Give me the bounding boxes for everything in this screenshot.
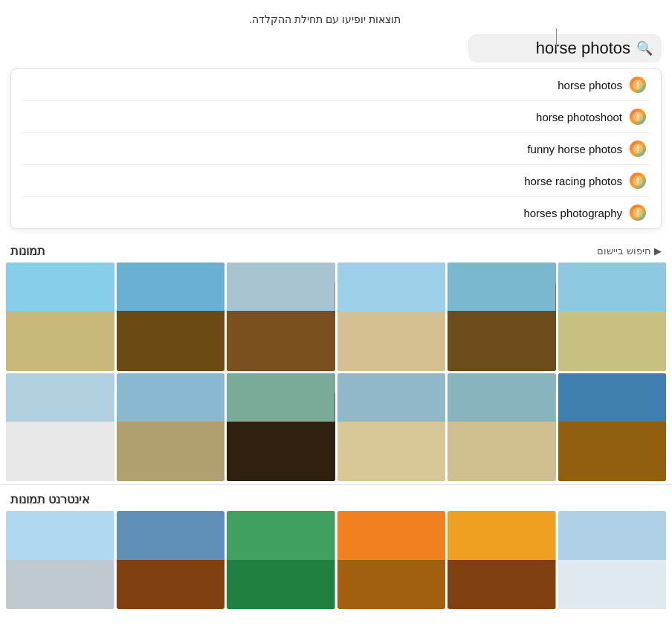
- local-photo-cell[interactable]: [117, 373, 225, 482]
- internet-photo-cell[interactable]: [337, 511, 446, 609]
- search-in-app-label: חיפוש ביישום: [597, 245, 651, 257]
- svg-rect-28: [117, 511, 225, 609]
- internet-photo-cell[interactable]: [6, 511, 114, 609]
- internet-photo-cell[interactable]: [227, 511, 335, 609]
- compass-icon: [630, 141, 646, 157]
- svg-rect-19: [448, 262, 556, 371]
- internet-photo-cell[interactable]: [117, 511, 225, 609]
- suggestion-item[interactable]: horse racing photos: [22, 165, 650, 197]
- svg-rect-16: [117, 262, 225, 371]
- local-photo-cell[interactable]: [227, 262, 335, 371]
- local-photo-cell[interactable]: [448, 373, 556, 482]
- callout-area: תוצאות יופיעו עם תחילת ההקלדה.: [0, 0, 672, 30]
- internet-section-header: אינטרנט תמונות: [0, 484, 672, 511]
- local-photo-cell[interactable]: [227, 373, 335, 482]
- local-photo-cell[interactable]: [117, 262, 225, 371]
- svg-rect-17: [227, 262, 335, 371]
- suggestion-label: funny horse photos: [527, 143, 622, 155]
- local-photo-cell[interactable]: [6, 262, 114, 371]
- svg-rect-30: [337, 511, 446, 609]
- compass-icon: [630, 109, 646, 125]
- search-in-app-link[interactable]: ▶ חיפוש ביישום: [597, 245, 662, 257]
- svg-rect-32: [558, 511, 667, 609]
- svg-rect-26: [558, 373, 667, 482]
- local-photo-cell[interactable]: [448, 262, 556, 371]
- suggestion-item[interactable]: horse photoshoot: [22, 101, 650, 133]
- svg-rect-22: [117, 373, 225, 482]
- internet-photo-grid: [0, 511, 672, 609]
- suggestion-label: horse racing photos: [524, 175, 622, 187]
- svg-rect-20: [558, 262, 667, 371]
- suggestions-list: horse photos horse photoshoot funny hors…: [10, 68, 662, 229]
- suggestion-label: horse photoshoot: [536, 111, 622, 123]
- callout-line: [556, 28, 557, 51]
- search-bar-area: horse photos 🔍: [0, 30, 672, 68]
- suggestion-item[interactable]: horse photos: [22, 69, 650, 101]
- local-photo-cell[interactable]: [6, 373, 114, 482]
- svg-rect-24: [337, 373, 446, 482]
- images-section-title: תמונות: [10, 244, 45, 258]
- local-photo-cell[interactable]: [337, 262, 446, 371]
- compass-icon: [630, 204, 646, 221]
- internet-photo-cell[interactable]: [448, 511, 556, 609]
- compass-icon: [630, 77, 646, 93]
- compass-icon: [630, 173, 646, 189]
- svg-rect-21: [6, 373, 114, 482]
- svg-rect-29: [227, 511, 335, 609]
- suggestion-item[interactable]: funny horse photos: [22, 133, 650, 165]
- local-photo-grid: [0, 262, 672, 481]
- suggestion-label: horse photos: [558, 79, 622, 91]
- svg-rect-25: [448, 373, 556, 482]
- local-photo-cell[interactable]: [337, 373, 446, 482]
- svg-rect-31: [448, 511, 556, 609]
- main-container: תוצאות יופיעו עם תחילת ההקלדה. horse pho…: [0, 0, 672, 609]
- images-section-header: ▶ חיפוש ביישום תמונות: [0, 238, 672, 262]
- search-input-value: horse photos: [476, 39, 630, 58]
- suggestion-label: horses photography: [523, 207, 622, 219]
- svg-rect-23: [227, 373, 335, 482]
- local-photo-cell[interactable]: [558, 262, 667, 371]
- internet-photo-cell[interactable]: [558, 511, 667, 609]
- search-bar[interactable]: horse photos 🔍: [468, 34, 662, 62]
- internet-section-title: אינטרנט תמונות: [10, 492, 90, 506]
- callout-text: תוצאות יופיעו עם תחילת ההקלדה.: [249, 13, 400, 25]
- local-photo-cell[interactable]: [558, 373, 667, 482]
- svg-rect-15: [6, 262, 114, 371]
- svg-rect-18: [337, 262, 446, 371]
- search-in-app-icon: ▶: [654, 245, 662, 257]
- svg-rect-27: [6, 511, 114, 609]
- search-magnifier-icon: 🔍: [636, 40, 653, 57]
- suggestion-item[interactable]: horses photography: [22, 197, 650, 228]
